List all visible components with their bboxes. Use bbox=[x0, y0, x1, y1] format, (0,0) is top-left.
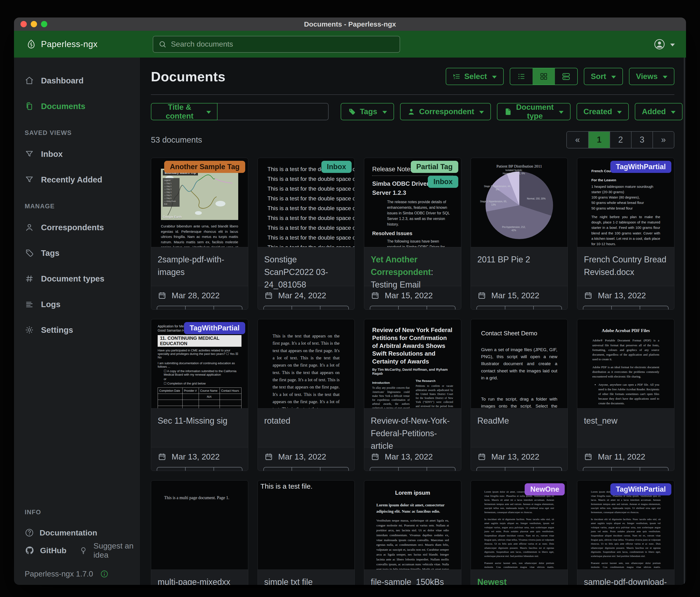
edit-document-button[interactable] bbox=[264, 306, 292, 310]
view-document-button[interactable] bbox=[505, 306, 534, 310]
document-thumbnail[interactable]: Lorem ipsumLorem ipsum dolor sit amet, c… bbox=[364, 480, 461, 570]
document-thumbnail[interactable]: Adobe Acrobat PDF FilesAdobe® Portable D… bbox=[577, 319, 674, 408]
edit-document-button[interactable] bbox=[157, 306, 185, 310]
download-document-button[interactable] bbox=[534, 306, 562, 310]
tag-badge[interactable]: TagWithPartial bbox=[610, 161, 671, 173]
view-document-button[interactable] bbox=[292, 306, 320, 310]
view-grid-button[interactable] bbox=[532, 68, 555, 85]
download-document-button[interactable] bbox=[534, 467, 562, 471]
view-document-button[interactable] bbox=[185, 306, 214, 310]
tag-badge[interactable]: Another Sample Tag bbox=[164, 161, 245, 173]
document-title[interactable]: simple txt file bbox=[264, 576, 348, 585]
document-title[interactable]: test_new bbox=[584, 414, 668, 427]
created-filter-button[interactable]: Created bbox=[577, 103, 629, 120]
document-thumbnail[interactable]: This is the text that appears on the fir… bbox=[258, 319, 355, 408]
sidebar-item-dashboard[interactable]: Dashboard bbox=[14, 71, 140, 90]
view-document-button[interactable] bbox=[612, 306, 640, 310]
tag-badge[interactable]: Partial Tag bbox=[411, 161, 458, 173]
document-thumbnail[interactable]: French Country BreadFor the Leaven1 heap… bbox=[577, 158, 674, 247]
edit-document-button[interactable] bbox=[370, 306, 399, 310]
download-document-button[interactable] bbox=[214, 467, 243, 471]
sidebar-item-tags[interactable]: Tags bbox=[14, 243, 140, 263]
document-title[interactable]: French Country Bread Revised.docx bbox=[584, 253, 668, 279]
sidebar-item-document-types[interactable]: Document types bbox=[14, 269, 140, 288]
document-title[interactable]: Yet Another Correspondent: Testing Email bbox=[371, 253, 454, 291]
document-thumbnail[interactable]: This is a test file. bbox=[258, 480, 355, 570]
document-thumbnail[interactable]: Contact Sheet DemoGiven a set of image f… bbox=[471, 319, 568, 408]
document-title[interactable]: sample-pdf-download-10-mb-longer-title bbox=[584, 576, 668, 585]
edit-document-button[interactable] bbox=[157, 467, 185, 471]
tag-badge[interactable]: Inbox bbox=[428, 176, 458, 188]
download-document-button[interactable] bbox=[214, 306, 243, 310]
tag-badge[interactable]: Inbox bbox=[321, 161, 352, 173]
views-button[interactable]: Views bbox=[629, 68, 674, 85]
document-thumbnail[interactable]: Release NotesSimba ODBC Driver for SQL S… bbox=[364, 158, 461, 247]
version-info-icon[interactable] bbox=[100, 570, 108, 578]
download-document-button[interactable] bbox=[640, 467, 669, 471]
download-document-button[interactable] bbox=[320, 467, 349, 471]
correspondent-filter-button[interactable]: Correspondent bbox=[400, 103, 491, 120]
edit-document-button[interactable] bbox=[476, 467, 505, 471]
added-filter-button[interactable]: Added bbox=[635, 103, 682, 120]
title-content-filter-button[interactable]: Title & content bbox=[151, 103, 218, 120]
view-document-button[interactable] bbox=[399, 467, 427, 471]
sidebar-item-logs[interactable]: Logs bbox=[14, 295, 140, 314]
download-document-button[interactable] bbox=[427, 467, 455, 471]
search-input[interactable] bbox=[171, 40, 395, 48]
tag-badge[interactable]: TagWithPartial bbox=[184, 322, 245, 334]
edit-document-button[interactable] bbox=[370, 467, 399, 471]
pagination-page-1[interactable]: 1 bbox=[588, 132, 610, 148]
document-thumbnail[interactable]: Patient BP Distribution 2011Normal, 150,… bbox=[471, 158, 568, 247]
document-thumbnail[interactable]: This is a test for the double space char… bbox=[258, 158, 355, 247]
edit-document-button[interactable] bbox=[583, 467, 612, 471]
user-menu-caret-icon[interactable] bbox=[670, 44, 675, 46]
document-thumbnail[interactable]: Lorem ipsum dolor sit amet, consectetur … bbox=[471, 480, 568, 570]
view-document-button[interactable] bbox=[292, 467, 320, 471]
document-title[interactable]: ReadMe bbox=[477, 414, 561, 427]
document-thumbnail[interactable]: Boundary Waters TripLegend— Day 1— Day 2… bbox=[151, 158, 248, 247]
view-document-button[interactable] bbox=[185, 467, 214, 471]
sort-button[interactable]: Sort bbox=[584, 68, 623, 85]
download-document-button[interactable] bbox=[640, 306, 669, 310]
view-list-button[interactable] bbox=[510, 68, 532, 85]
user-avatar-icon[interactable] bbox=[653, 38, 666, 50]
tag-badge[interactable]: TagWithPartial bbox=[610, 483, 671, 495]
document-type-filter-button[interactable]: Document type bbox=[497, 103, 570, 120]
view-document-button[interactable] bbox=[399, 306, 427, 310]
view-document-button[interactable] bbox=[612, 467, 640, 471]
select-button[interactable]: Select bbox=[446, 68, 504, 85]
view-detail-button[interactable] bbox=[555, 68, 577, 85]
sidebar-item-inbox[interactable]: Inbox bbox=[14, 144, 140, 164]
scrollbar-track[interactable] bbox=[684, 57, 685, 585]
download-document-button[interactable] bbox=[427, 306, 455, 310]
brand[interactable]: Paperless-ngx bbox=[14, 38, 140, 50]
document-correspondent-link[interactable]: Newest Correspondent bbox=[477, 577, 538, 585]
sidebar-item-documentation[interactable]: Documentation bbox=[14, 524, 140, 542]
document-title[interactable]: multi-page-mixedxx bbox=[158, 576, 242, 585]
edit-document-button[interactable] bbox=[476, 306, 505, 310]
download-document-button[interactable] bbox=[320, 306, 349, 310]
sidebar-item-suggest-idea[interactable]: Suggest an idea bbox=[66, 542, 140, 559]
sidebar-item-documents[interactable]: Documents bbox=[14, 97, 140, 116]
tag-badge[interactable]: NewOne bbox=[525, 483, 565, 495]
document-title[interactable]: 2sample-pdf-with-images bbox=[158, 253, 242, 279]
tags-filter-button[interactable]: Tags bbox=[341, 103, 394, 120]
pagination-next-button[interactable]: » bbox=[652, 132, 674, 148]
document-thumbnail[interactable]: Lorem ipsum dolor sit amet, consectetur … bbox=[577, 480, 674, 570]
sidebar-item-github[interactable]: GitHub bbox=[14, 542, 66, 559]
document-title[interactable]: 2011 BP Pie 2 bbox=[477, 253, 561, 266]
document-title[interactable]: Review-of-New-York-Federal-Petitions-art… bbox=[371, 414, 454, 452]
pagination-page-2[interactable]: 2 bbox=[610, 132, 631, 148]
document-correspondent-link[interactable]: Yet Another Correspondent bbox=[371, 255, 431, 277]
document-thumbnail[interactable]: This is a multi page document. Page 1. bbox=[151, 480, 248, 570]
pagination-page-3[interactable]: 3 bbox=[631, 132, 652, 148]
edit-document-button[interactable] bbox=[264, 467, 292, 471]
sidebar-item-correspondents[interactable]: Correspondents bbox=[14, 218, 140, 237]
document-title[interactable]: file-sample_150kBs bbox=[371, 576, 454, 585]
document-thumbnail[interactable]: Review of New York Federal Petitions for… bbox=[364, 319, 461, 408]
document-title[interactable]: Sec 11-Missing sig bbox=[158, 414, 242, 427]
sidebar-item-recently-added[interactable]: Recently Added bbox=[14, 170, 140, 189]
edit-document-button[interactable] bbox=[583, 306, 612, 310]
pagination-prev-button[interactable]: « bbox=[567, 132, 588, 148]
view-document-button[interactable] bbox=[505, 467, 534, 471]
